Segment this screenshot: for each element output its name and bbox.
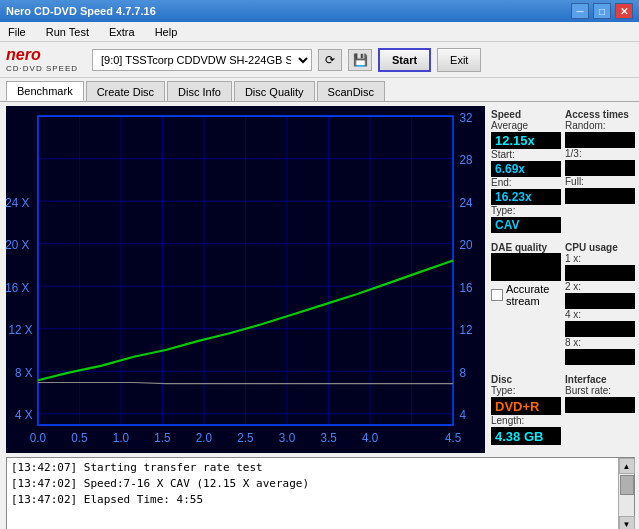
tab-disc-info[interactable]: Disc Info xyxy=(167,81,232,101)
drive-select[interactable]: [9:0] TSSTcorp CDDVDW SH-224GB SB00 xyxy=(92,49,312,71)
scroll-up-button[interactable]: ▲ xyxy=(619,458,635,474)
exit-button[interactable]: Exit xyxy=(437,48,481,72)
disc-length-value: 4.38 GB xyxy=(491,427,561,445)
titlebar-controls: ─ □ ✕ xyxy=(571,3,633,19)
titlebar: Nero CD-DVD Speed 4.7.7.16 ─ □ ✕ xyxy=(0,0,639,22)
log-line-1: [13:42:07] Starting transfer rate test xyxy=(11,460,614,476)
log-scrollbar[interactable]: ▲ ▼ xyxy=(618,458,634,529)
logo-cdspeed: CD·DVD SPEED xyxy=(6,64,78,73)
svg-text:4 X: 4 X xyxy=(15,408,33,422)
start-label: Start: xyxy=(491,149,561,160)
save-icon[interactable]: 💾 xyxy=(348,49,372,71)
svg-text:16: 16 xyxy=(459,281,472,295)
start-value: 6.69x xyxy=(491,161,561,177)
right-panel: Speed Average 12.15x Start: 6.69x End: 1… xyxy=(489,102,639,457)
accurate-stream-row: Accurate stream xyxy=(491,283,561,307)
chart-svg: 4 X 8 X 12 X 16 X 20 X 24 X 4 8 12 16 20… xyxy=(6,106,485,453)
main-content: 4 X 8 X 12 X 16 X 20 X 24 X 4 8 12 16 20… xyxy=(0,102,639,457)
type-value: CAV xyxy=(491,217,561,233)
svg-text:12: 12 xyxy=(459,323,472,337)
onethird-value xyxy=(565,160,635,176)
svg-text:16 X: 16 X xyxy=(6,281,29,295)
disc-type-label: Type: xyxy=(491,385,561,396)
menu-extra[interactable]: Extra xyxy=(105,24,139,40)
interface-title: Interface xyxy=(565,374,635,385)
close-button[interactable]: ✕ xyxy=(615,3,633,19)
disc-length-label: Length: xyxy=(491,415,561,426)
accurate-stream-checkbox[interactable] xyxy=(491,289,503,301)
disc-title: Disc xyxy=(491,374,561,385)
svg-text:12 X: 12 X xyxy=(9,323,33,337)
onethird-label: 1/3: xyxy=(565,148,635,159)
toolbar: nero CD·DVD SPEED [9:0] TSSTcorp CDDVDW … xyxy=(0,42,639,78)
svg-text:8: 8 xyxy=(459,366,466,380)
log-line-3: [13:47:02] Elapsed Time: 4:55 xyxy=(11,492,614,508)
svg-text:20 X: 20 X xyxy=(6,238,29,252)
disc-section: Disc Type: DVD+R Length: 4.38 GB xyxy=(491,371,561,445)
tab-benchmark[interactable]: Benchmark xyxy=(6,81,84,101)
cpu-section: CPU usage 1 x: 2 x: 4 x: 8 x: xyxy=(565,239,635,365)
svg-text:4: 4 xyxy=(459,408,466,422)
full-label: Full: xyxy=(565,176,635,187)
access-times-section: Access times Random: 1/3: Full: xyxy=(565,106,635,233)
cpu-x4-label: 4 x: xyxy=(565,309,635,320)
svg-text:3.0: 3.0 xyxy=(279,431,296,445)
app-logo: nero CD·DVD SPEED xyxy=(6,46,78,73)
svg-text:8 X: 8 X xyxy=(15,366,33,380)
access-times-title: Access times xyxy=(565,109,635,120)
scroll-track[interactable] xyxy=(619,474,634,516)
burst-label: Burst rate: xyxy=(565,385,635,396)
svg-text:3.5: 3.5 xyxy=(320,431,337,445)
minimize-button[interactable]: ─ xyxy=(571,3,589,19)
tab-disc-quality[interactable]: Disc Quality xyxy=(234,81,315,101)
svg-text:1.5: 1.5 xyxy=(154,431,171,445)
svg-text:24: 24 xyxy=(459,195,472,209)
cpu-x2-value xyxy=(565,293,635,309)
cpu-x8-label: 8 x: xyxy=(565,337,635,348)
start-button[interactable]: Start xyxy=(378,48,431,72)
tabs-bar: Benchmark Create Disc Disc Info Disc Qua… xyxy=(0,78,639,102)
dae-value xyxy=(491,253,561,281)
svg-text:0.5: 0.5 xyxy=(71,431,88,445)
average-value: 12.15x xyxy=(491,132,561,149)
interface-section: Interface Burst rate: xyxy=(565,371,635,445)
maximize-button[interactable]: □ xyxy=(593,3,611,19)
svg-text:28: 28 xyxy=(459,153,472,167)
tab-create-disc[interactable]: Create Disc xyxy=(86,81,165,101)
svg-text:0.0: 0.0 xyxy=(30,431,47,445)
titlebar-title: Nero CD-DVD Speed 4.7.7.16 xyxy=(6,5,156,17)
random-value xyxy=(565,132,635,148)
dae-section: DAE quality Accurate stream xyxy=(491,239,561,365)
random-label: Random: xyxy=(565,120,635,131)
accurate-label: Accurate stream xyxy=(506,283,549,307)
refresh-icon[interactable]: ⟳ xyxy=(318,49,342,71)
log-line-2: [13:47:02] Speed:7-16 X CAV (12.15 X ave… xyxy=(11,476,614,492)
svg-text:2.5: 2.5 xyxy=(237,431,254,445)
cpu-x1-value xyxy=(565,265,635,281)
cpu-x4-value xyxy=(565,321,635,337)
svg-text:32: 32 xyxy=(459,110,472,124)
full-value xyxy=(565,188,635,204)
svg-text:4.5: 4.5 xyxy=(445,431,462,445)
scroll-down-button[interactable]: ▼ xyxy=(619,516,635,529)
disc-type-value: DVD+R xyxy=(491,397,561,415)
burst-value xyxy=(565,397,635,413)
logo-nero: nero xyxy=(6,46,78,64)
type-label: Type: xyxy=(491,205,561,216)
menu-file[interactable]: File xyxy=(4,24,30,40)
svg-text:4.0: 4.0 xyxy=(362,431,379,445)
cpu-x2-label: 2 x: xyxy=(565,281,635,292)
end-value: 16.23x xyxy=(491,189,561,205)
svg-text:2.0: 2.0 xyxy=(196,431,213,445)
menubar: File Run Test Extra Help xyxy=(0,22,639,42)
cpu-title: CPU usage xyxy=(565,242,635,253)
svg-text:1.0: 1.0 xyxy=(113,431,130,445)
end-label: End: xyxy=(491,177,561,188)
menu-run-test[interactable]: Run Test xyxy=(42,24,93,40)
average-label: Average xyxy=(491,120,561,131)
menu-help[interactable]: Help xyxy=(151,24,182,40)
log-content: [13:42:07] Starting transfer rate test [… xyxy=(7,458,618,529)
svg-text:20: 20 xyxy=(459,238,472,252)
tab-scandisc[interactable]: ScanDisc xyxy=(317,81,385,101)
scroll-thumb[interactable] xyxy=(620,475,634,495)
